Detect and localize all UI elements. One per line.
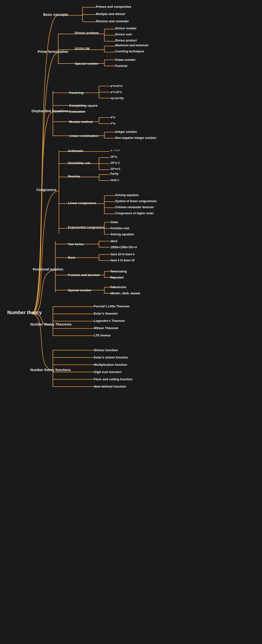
order-node: Order [110, 220, 118, 224]
diophantine-node: Diophantine Equations [32, 109, 68, 113]
non-negative-node: Non-negative integer solution [115, 136, 156, 140]
legendres-node: Legendre's Theorem [94, 319, 125, 322]
divisor-function-node: Divisor function [94, 348, 118, 352]
multiplicative-node: Multiplicative function [94, 363, 127, 366]
base-k-10-node: base k to base 10 [110, 258, 134, 262]
mindmap-svg: .branch { fill: none; stroke: #f5a623; s… [0, 0, 262, 644]
divisor-problem-node: Divisor problem [75, 31, 99, 35]
special-number-pn-node: Special number [68, 288, 91, 292]
new-defined-node: New-defined function [94, 385, 126, 388]
factoring-node: Factoring [69, 91, 83, 94]
ten-n-node: 10^n [110, 155, 117, 158]
exponential-congruence-node: Exponential congruence [68, 226, 105, 229]
gcd-lcm-node: GCD/LCM [75, 47, 90, 50]
special-number-pf-node: Special number [75, 62, 98, 66]
repeated-node: Repeated [110, 276, 123, 279]
ten-n-minus-node: 10^n-1 [110, 161, 120, 164]
ten-n-plus-node: 10^n+1 [110, 167, 120, 171]
expanded-node: 1000a+100b+10c+d [110, 246, 137, 249]
prime-factorization-node: Prime factorization [38, 50, 68, 54]
abn-minus-node: a^n-b^n [110, 90, 122, 94]
terminating-node: Terminating [110, 270, 127, 273]
primitive-root-node: Primitive root [110, 226, 129, 230]
mod-n-node: mod n [110, 178, 119, 182]
xa-node: x^a [110, 122, 115, 125]
ax-node: a^x [110, 116, 115, 119]
mindmap-container: .branch { fill: none; stroke: #f5a623; s… [0, 0, 262, 644]
maximum-minimum-node: Maximum and minimum [115, 44, 148, 47]
factorial-node: Factorial [115, 64, 127, 68]
division-reminder-node: Division and reminder [96, 20, 129, 23]
solving-eq-node: Solving equation [115, 194, 139, 197]
root-node: Number theory [7, 310, 42, 315]
number-theory-theorems-node: Number theory Theorems [30, 322, 72, 326]
arithmetic-node: Arithmetic [68, 149, 83, 153]
eulers-totient-node: Euler's totient function [94, 356, 128, 359]
abcabc-node: abcabc, abab, aaaaaa [110, 292, 140, 295]
palindrome-node: Palindrome [110, 286, 126, 289]
number-theory-functions-node: Number theory functions [30, 368, 71, 372]
wilson-node: Wilson Theorem [94, 326, 118, 330]
basic-concepts-node: Basic concepts [43, 12, 68, 16]
base-node: Base [68, 256, 75, 259]
parity-node: Parity [110, 172, 118, 176]
linear-congruence-node: Linear congruence [68, 201, 96, 205]
divisor-number-node: Divisor number [115, 27, 137, 30]
floor-ceiling-node: Floor and ceiling function [94, 378, 132, 381]
chinese-remainder-node: Chinese remainder theorem [115, 206, 154, 209]
solving-eq2-node: Solving equation [110, 233, 134, 236]
divisor-sum-node: Divisor sum [115, 33, 132, 36]
counting-techniques-node: Counting techniques [115, 50, 144, 53]
power-number-node: Power number [115, 58, 135, 62]
integer-solution-node: Integer solution [115, 130, 137, 134]
linear-combination-node: Linear combination [69, 134, 98, 138]
divisor-product-node: Divisor product [115, 39, 137, 42]
abn-plus-node: a^n+b^n [110, 84, 123, 88]
arith-ops-node: + - * / ^ [110, 149, 120, 152]
evaluation-node: Evaluation [69, 110, 85, 114]
divisibility-rule-node: Divisibility rule [68, 161, 90, 165]
xy-ax-by-node: xy+ax+by [110, 96, 124, 100]
residue-node: Residue [68, 174, 80, 178]
eulers-theorem-node: Euler's theorem [94, 312, 118, 315]
multiple-divisor-node: Multiple and divisor [96, 12, 125, 16]
congruence-node: Congruence [36, 188, 56, 192]
modulo-method-node: Modulo method [69, 120, 93, 124]
positional-notation-node: Positional notation [33, 267, 63, 271]
base-10-k-node: base 10 to base k [110, 252, 134, 256]
fraction-decimal-node: Fraction and decimal [68, 273, 99, 277]
two-forms-node: Two forms [68, 242, 84, 246]
fermats-node: Fermat's Little Theorem [94, 304, 130, 308]
system-linear-node: System of linear congruences [115, 200, 157, 203]
digit-sum-node: Digit sum function [94, 370, 122, 374]
primes-composites-node: Primes and composites [96, 5, 131, 8]
completing-square-node: Completing square [69, 104, 98, 107]
lte-node: LTE lemma [94, 334, 110, 337]
congruence-higher-node: Congruence of higher order [115, 212, 154, 215]
abcd-node: abcd [110, 240, 117, 243]
